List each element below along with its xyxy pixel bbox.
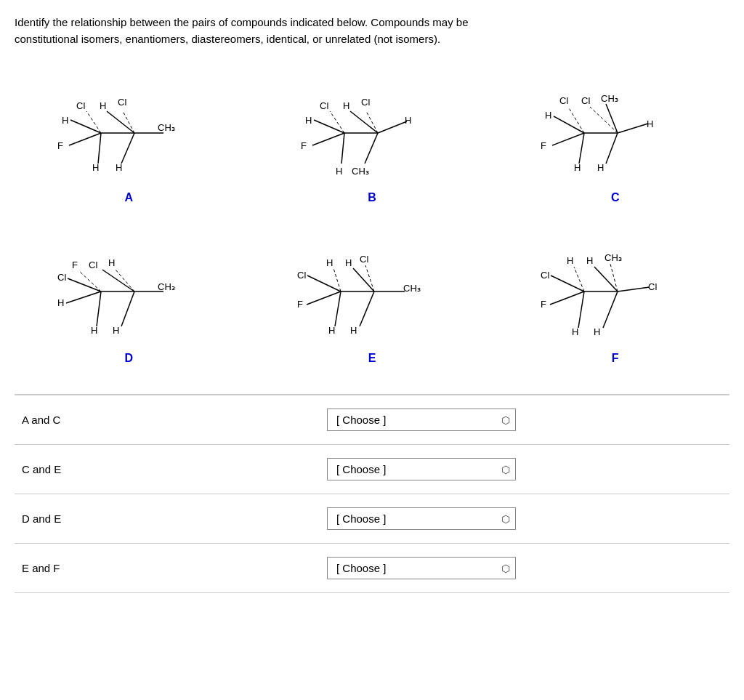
select-de[interactable]: [ Choose ] constitutional isomers enanti… bbox=[327, 507, 516, 530]
svg-line-101 bbox=[603, 291, 618, 328]
svg-text:H: H bbox=[113, 325, 119, 336]
svg-line-30 bbox=[366, 111, 378, 133]
svg-line-96 bbox=[550, 291, 584, 305]
svg-text:H: H bbox=[567, 255, 573, 266]
select-ce[interactable]: [ Choose ] constitutional isomers enanti… bbox=[327, 458, 516, 480]
question-row-ce: C and E [ Choose ] constitutional isomer… bbox=[15, 445, 729, 494]
svg-text:CH₃: CH₃ bbox=[403, 283, 421, 294]
question-row-ef: E and F [ Choose ] constitutional isomer… bbox=[15, 544, 729, 593]
compounds-grid: H Cl H Cl F CH₃ H H A bbox=[15, 62, 729, 372]
question-ce-label: C and E bbox=[22, 463, 182, 475]
compound-b-label: B bbox=[368, 191, 376, 204]
svg-line-33 bbox=[365, 133, 378, 164]
svg-text:H: H bbox=[92, 162, 99, 173]
compound-a-label: A bbox=[125, 191, 134, 204]
svg-text:Cl: Cl bbox=[361, 97, 370, 108]
svg-line-11 bbox=[69, 133, 101, 145]
svg-text:H: H bbox=[350, 325, 357, 336]
question-rows: A and C [ Choose ] constitutional isomer… bbox=[15, 395, 729, 593]
instructions: Identify the relationship between the pa… bbox=[15, 15, 729, 47]
svg-line-76 bbox=[307, 275, 341, 291]
molecule-a-svg: H Cl H Cl F CH₃ H H bbox=[56, 69, 201, 185]
svg-text:F: F bbox=[541, 140, 546, 151]
svg-line-100 bbox=[618, 287, 650, 291]
svg-text:F: F bbox=[301, 140, 307, 151]
question-row-de: D and E [ Choose ] constitutional isomer… bbox=[15, 494, 729, 544]
svg-text:H: H bbox=[345, 257, 352, 268]
svg-text:F: F bbox=[57, 140, 63, 151]
svg-text:F: F bbox=[297, 299, 303, 310]
svg-line-93 bbox=[551, 275, 584, 291]
compound-d-label: D bbox=[125, 352, 134, 365]
question-ac-label: A and C bbox=[22, 414, 182, 426]
svg-line-16 bbox=[121, 133, 134, 164]
question-ef-label: E and F bbox=[22, 562, 182, 574]
svg-text:H: H bbox=[405, 115, 411, 126]
svg-text:CH₃: CH₃ bbox=[352, 166, 369, 177]
svg-text:Cl: Cl bbox=[559, 95, 568, 106]
svg-text:H: H bbox=[328, 325, 335, 336]
svg-line-29 bbox=[341, 133, 344, 164]
select-wrapper-ce[interactable]: [ Choose ] constitutional isomers enanti… bbox=[327, 458, 516, 480]
compound-a: H Cl H Cl F CH₃ H H A bbox=[15, 62, 243, 212]
question-de-label: D and E bbox=[22, 512, 182, 525]
compound-f-label: F bbox=[612, 352, 619, 365]
svg-text:Cl: Cl bbox=[57, 272, 66, 283]
svg-line-32 bbox=[378, 121, 407, 133]
svg-line-59 bbox=[68, 278, 101, 291]
svg-text:Cl: Cl bbox=[541, 270, 549, 281]
svg-text:H: H bbox=[108, 257, 115, 268]
svg-line-84 bbox=[360, 291, 374, 326]
select-wrapper-ac[interactable]: [ Choose ] constitutional isomers enanti… bbox=[327, 409, 516, 431]
svg-text:H: H bbox=[326, 257, 333, 268]
svg-text:H: H bbox=[545, 110, 551, 121]
svg-line-48 bbox=[606, 104, 618, 133]
compound-f: Cl H H CH₃ F Cl H H F bbox=[501, 219, 729, 372]
svg-line-14 bbox=[107, 111, 134, 133]
svg-line-60 bbox=[79, 271, 101, 291]
svg-text:F: F bbox=[72, 260, 78, 270]
svg-text:CH₃: CH₃ bbox=[158, 281, 175, 292]
svg-text:H: H bbox=[572, 326, 578, 337]
svg-line-13 bbox=[123, 111, 134, 133]
compound-d: Cl F Cl H H CH₃ H H D bbox=[15, 219, 243, 372]
compound-e: Cl H H Cl F CH₃ H H E bbox=[258, 219, 487, 372]
svg-line-49 bbox=[618, 124, 648, 133]
svg-text:CH₃: CH₃ bbox=[158, 122, 175, 133]
molecule-c-svg: H Cl Cl CH₃ F H H H bbox=[539, 69, 692, 185]
svg-text:H: H bbox=[343, 100, 349, 111]
svg-line-79 bbox=[307, 291, 341, 305]
compound-c-label: C bbox=[611, 191, 620, 204]
svg-line-81 bbox=[353, 268, 374, 291]
svg-line-67 bbox=[121, 291, 134, 326]
svg-line-47 bbox=[590, 107, 618, 133]
svg-text:Cl: Cl bbox=[581, 95, 590, 106]
svg-line-80 bbox=[335, 291, 341, 326]
compound-e-label: E bbox=[368, 352, 376, 365]
select-wrapper-ef[interactable]: [ Choose ] constitutional isomers enanti… bbox=[327, 557, 516, 579]
svg-line-50 bbox=[606, 133, 618, 164]
svg-text:H: H bbox=[594, 326, 600, 337]
svg-text:Cl: Cl bbox=[297, 270, 306, 281]
question-row-ac: A and C [ Choose ] constitutional isomer… bbox=[15, 395, 729, 445]
svg-text:CH₃: CH₃ bbox=[604, 252, 622, 263]
svg-text:H: H bbox=[57, 297, 64, 308]
svg-text:H: H bbox=[574, 162, 581, 173]
svg-line-63 bbox=[97, 291, 101, 326]
svg-line-62 bbox=[66, 291, 101, 303]
svg-line-12 bbox=[98, 133, 101, 164]
compound-c: H Cl Cl CH₃ F H H H C bbox=[501, 62, 729, 212]
svg-text:Cl: Cl bbox=[118, 97, 126, 108]
compound-b: H Cl H Cl F H H CH₃ B bbox=[258, 62, 487, 212]
svg-text:CH₃: CH₃ bbox=[601, 93, 618, 104]
select-ac[interactable]: [ Choose ] constitutional isomers enanti… bbox=[327, 409, 516, 431]
svg-text:H: H bbox=[586, 255, 593, 266]
svg-line-45 bbox=[552, 133, 584, 145]
select-wrapper-de[interactable]: [ Choose ] constitutional isomers enanti… bbox=[327, 507, 516, 530]
molecule-d-svg: Cl F Cl H H CH₃ H H bbox=[56, 226, 201, 346]
svg-text:Cl: Cl bbox=[89, 260, 97, 270]
svg-line-31 bbox=[350, 111, 378, 133]
svg-text:Cl: Cl bbox=[360, 254, 368, 265]
select-ef[interactable]: [ Choose ] constitutional isomers enanti… bbox=[327, 557, 516, 579]
molecule-e-svg: Cl H H Cl F CH₃ H H bbox=[296, 226, 448, 346]
